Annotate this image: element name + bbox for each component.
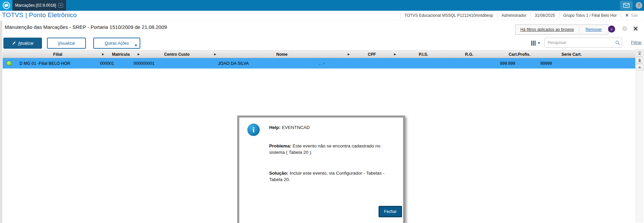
session-info: TOTVS Educacional MSSQL P1212410mntdbexp… — [400, 11, 642, 20]
logout-button[interactable]: ✕ Sair — [621, 12, 642, 18]
cell-centro-custo: 000000001 — [134, 61, 218, 66]
column-separator-icon: ▶ — [136, 53, 142, 56]
session-user: Administrador — [497, 12, 530, 18]
pencil-icon — [12, 41, 16, 45]
update-label: Atualizar — [18, 41, 34, 46]
help-label: Help: — [269, 125, 281, 130]
other-actions-label: Outras Ações — [105, 41, 129, 46]
search-icon[interactable] — [613, 40, 622, 45]
left-gutter — [0, 21, 2, 223]
gear-icon[interactable]: ⚙ — [622, 25, 628, 33]
header-rg[interactable]: R.G. — [449, 52, 489, 57]
header-cpf[interactable]: CPF — [352, 52, 392, 57]
page-up-button[interactable] — [636, 57, 643, 63]
header-nome[interactable]: Nome — [218, 52, 346, 57]
info-bar: TOTVS | Ponto Eletrônico TOTVS Educacion… — [0, 11, 644, 20]
grid-scrollbar — [635, 50, 644, 223]
columns-icon — [535, 41, 536, 46]
update-button[interactable]: Atualizar — [3, 38, 42, 49]
scroll-top-icon — [638, 52, 641, 52]
dialog-title: Help:EVENTNCAD — [269, 124, 394, 131]
mail-button[interactable] — [620, 1, 633, 10]
up-icon — [638, 66, 641, 68]
row-status-cell — [3, 61, 15, 66]
header-matricula[interactable]: Matricula — [106, 52, 136, 57]
header-serie-cart[interactable]: Serie Cart. — [550, 52, 593, 57]
header-cart-profis[interactable]: Cart.Profis. — [489, 52, 550, 57]
totvs-logo — [0, 0, 12, 11]
dialog-solution: Solução:Incluir este evento, via Configu… — [269, 170, 394, 183]
scroll-top-icon — [638, 53, 641, 55]
help-value: EVENTNCAD — [282, 125, 310, 130]
header-filial[interactable]: Filial — [15, 52, 100, 57]
cell-serie-cart: 99999 — [540, 61, 635, 66]
session-environment: TOTVS Educacional MSSQL P1212410mntdbexp — [400, 12, 497, 18]
columns-icon — [531, 41, 532, 46]
dialog-problem: Problema:Este evento não se encontra cad… — [269, 143, 394, 155]
search-box — [544, 38, 622, 48]
cell-cart-profis: 999.999 — [496, 61, 540, 66]
close-browse-icon[interactable]: ✕ — [633, 25, 638, 33]
header-pis[interactable]: P.I.S. — [398, 52, 449, 57]
column-separator-icon: ▶ — [212, 53, 218, 56]
totvs-logo-icon — [2, 1, 11, 10]
filter-applied-bar: Há filtros aplicados ao browse Remover — [515, 25, 608, 35]
cell-matricula: 000001 — [100, 61, 134, 66]
other-actions-button[interactable]: Outras Ações — [93, 38, 140, 49]
column-separator-icon: ▶ — [100, 53, 106, 56]
tab-marcacoes[interactable]: Marcações [02.9.0016] ✕ — [12, 0, 66, 11]
chevron-down-icon — [135, 45, 137, 46]
row-up-button[interactable] — [636, 64, 643, 71]
app-brand: TOTVS | Ponto Eletrônico — [2, 11, 77, 19]
help-icon: ? — [636, 2, 642, 9]
scrollbar-track[interactable] — [636, 71, 643, 223]
page-title: Manutenção das Marcações - SREP - Portar… — [5, 24, 167, 30]
cell-nome: JOAO DA SILVA — [218, 61, 315, 66]
columns-icon — [533, 41, 534, 46]
dialog-body: Help:EVENTNCAD Problema:Este evento não … — [269, 124, 394, 183]
help-button[interactable]: ? — [634, 1, 644, 10]
session-date: 31/08/2025 — [531, 12, 559, 18]
tab-close-icon[interactable]: ✕ — [58, 3, 63, 8]
status-green-icon — [6, 61, 12, 66]
chevron-down-icon — [538, 42, 540, 44]
view-button[interactable]: Visualizar — [47, 38, 86, 49]
grid-header: Filial ▶ Matricula ▶ Centro Custo ▶ Nome… — [3, 50, 635, 58]
filter-applied-link[interactable]: Há filtros aplicados ao browse — [515, 27, 579, 32]
info-icon: i — [247, 124, 260, 136]
solution-label: Solução: — [269, 171, 288, 176]
assistant-badge[interactable]: e — [608, 26, 615, 33]
scroll-to-top-button[interactable] — [636, 50, 643, 56]
column-separator-icon: ▶ — [392, 53, 398, 56]
logout-label: Sair — [631, 12, 638, 18]
help-dialog: i Help:EVENTNCAD Problema:Este evento nã… — [237, 116, 405, 223]
filter-remove-link[interactable]: Remover — [579, 27, 608, 32]
records-grid: Filial ▶ Matricula ▶ Centro Custo ▶ Nome… — [3, 50, 635, 69]
table-row[interactable]: D MG 01 -Filial BELO HOR 000001 00000000… — [3, 58, 635, 69]
top-bar: Marcações [02.9.0016] ✕ ? — [0, 0, 644, 11]
double-up-icon — [638, 60, 641, 62]
session-group-branch: Grupo Totvs 1 / Filial Belo Hor — [559, 12, 621, 18]
tab-title: Marcações [02.9.0016] — [15, 3, 56, 8]
cell-cpf: . . - — [315, 61, 392, 66]
header-centro-custo[interactable]: Centro Custo — [142, 52, 212, 57]
mail-icon — [623, 3, 630, 8]
column-chooser-button[interactable] — [531, 39, 543, 47]
dialog-close-button[interactable]: Fechar — [379, 206, 402, 217]
view-label: Visualizar — [58, 41, 75, 46]
problem-label: Problema: — [269, 143, 291, 148]
search-input[interactable] — [545, 40, 613, 45]
logout-x-icon: ✕ — [625, 12, 629, 18]
column-separator-icon: ▶ — [346, 53, 352, 56]
filter-link[interactable]: Filtrar — [631, 40, 642, 45]
dialog-close-label: Fechar — [384, 209, 396, 214]
cell-filial: D MG 01 -Filial BELO HOR — [15, 61, 100, 66]
